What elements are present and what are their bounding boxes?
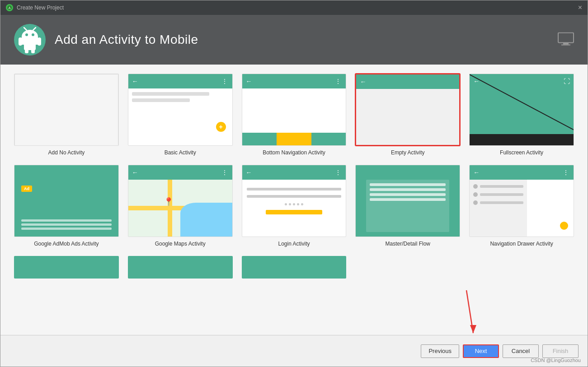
maps-activity-item[interactable]: ← ⋮ 📍 Google Maps Activity <box>128 165 233 247</box>
login-field-1 <box>247 188 342 190</box>
master-line-2 <box>370 188 446 191</box>
login-back-icon: ← <box>246 169 252 176</box>
previous-button[interactable]: Previous <box>421 344 459 358</box>
svg-rect-13 <box>31 49 35 53</box>
nav-item-3 <box>311 133 346 145</box>
row-3-partial <box>14 256 574 279</box>
watermark-text: CSDN @LingGuozhou <box>531 358 581 363</box>
bottom-nav-activity-item[interactable]: ← ⋮ Bottom Navigation Activity <box>242 74 347 156</box>
admob-thumbnail: Ad <box>14 165 119 237</box>
admob-activity-item[interactable]: Ad Google AdMob Ads Activity <box>14 165 119 247</box>
nav-drawer-back-icon: ← <box>473 169 480 176</box>
nav-drawer-fab <box>560 222 568 230</box>
nav-drawer-dots-icon: ⋮ <box>563 169 570 176</box>
basic-bar-1 <box>132 92 209 96</box>
empty-activity-thumbnail: ← <box>355 74 460 146</box>
drawer-circle-2 <box>473 192 478 197</box>
maps-thumbnail: ← ⋮ 📍 <box>128 165 233 237</box>
svg-text:A: A <box>9 6 11 9</box>
login-header: ← ⋮ <box>242 165 346 180</box>
drawer-circle-1 <box>473 184 478 189</box>
login-field-2 <box>247 195 342 198</box>
bottom-nav-activity-label: Bottom Navigation Activity <box>263 149 325 156</box>
basic-bar-2 <box>132 98 190 102</box>
master-detail-item[interactable]: Master/Detail Flow <box>355 165 460 247</box>
drawer-row-3 <box>473 200 523 205</box>
drawer-text-2 <box>480 193 523 196</box>
finish-button[interactable]: Finish <box>542 344 579 358</box>
nav-item-1 <box>242 133 277 145</box>
basic-activity-item[interactable]: ← ⋮ + Basic Activity <box>128 74 233 156</box>
nav-drawer-thumbnail: ← ⋮ <box>469 165 574 237</box>
fullscreen-activity-label: Fullscreen Activity <box>500 149 543 156</box>
drawer-row-1 <box>473 184 523 189</box>
basic-activity-label: Basic Activity <box>165 149 196 156</box>
map-area: 📍 <box>128 180 232 237</box>
login-form <box>242 180 346 218</box>
add-no-activity-item[interactable]: Add No Activity <box>14 74 119 156</box>
svg-rect-14 <box>558 33 574 43</box>
drawer-text-3 <box>480 201 523 204</box>
fullscreen-activity-item[interactable]: ⛶ ← Fullscreen Activity <box>469 74 574 156</box>
partial-thumb-1 <box>14 256 119 279</box>
map-road-v <box>168 180 172 237</box>
master-detail-label: Master/Detail Flow <box>386 241 430 247</box>
cancel-button[interactable]: Cancel <box>503 344 539 358</box>
nav-drawer-activity-item[interactable]: ← ⋮ <box>469 165 574 247</box>
svg-rect-10 <box>19 37 22 46</box>
fullscreen-bottom-bar <box>470 134 574 145</box>
map-pin-icon: 📍 <box>164 197 174 207</box>
drawer-text-1 <box>480 185 523 188</box>
empty-thumb-body <box>356 89 459 146</box>
maps-activity-label: Google Maps Activity <box>155 241 206 247</box>
dots-icon: ⋮ <box>221 78 229 85</box>
basic-activity-thumbnail: ← ⋮ + <box>128 74 233 146</box>
empty-back-icon: ← <box>360 78 366 85</box>
add-no-activity-thumbnail <box>14 74 119 146</box>
map-water <box>180 203 232 237</box>
radio-3 <box>293 203 295 205</box>
login-activity-item[interactable]: ← ⋮ <box>242 165 347 247</box>
monitor-icon <box>558 33 574 47</box>
svg-rect-11 <box>38 37 41 46</box>
login-submit-btn <box>266 210 323 214</box>
app-icon: A <box>6 4 13 11</box>
no-activity-preview <box>14 74 118 146</box>
basic-thumb-body <box>128 88 232 108</box>
partial-thumb-3 <box>242 256 347 279</box>
radio-4 <box>297 203 299 205</box>
radio-5 <box>301 203 303 205</box>
login-activity-label: Login Activity <box>278 241 310 247</box>
svg-rect-15 <box>563 43 569 45</box>
nav-drawer-activity-label: Navigation Drawer Activity <box>490 241 553 247</box>
fab-icon: + <box>216 122 226 132</box>
svg-rect-12 <box>25 49 28 53</box>
radio-1 <box>285 203 287 205</box>
bottom-nav-dots-icon: ⋮ <box>335 78 342 85</box>
master-line-3 <box>370 193 446 196</box>
master-panel <box>366 180 449 232</box>
admob-line-3 <box>21 228 112 230</box>
header: Add an Activity to Mobile <box>0 15 588 65</box>
add-no-activity-label: Add No Activity <box>48 149 85 156</box>
admob-lines <box>21 219 112 230</box>
svg-rect-16 <box>561 45 570 46</box>
bottom-nav-header: ← ⋮ <box>242 74 346 88</box>
activity-selection-area: Add No Activity ← ⋮ + Basic Activity <box>0 65 588 335</box>
bottom-nav-thumbnail: ← ⋮ <box>242 74 347 146</box>
empty-activity-item[interactable]: ← Empty Activity <box>355 74 460 156</box>
title-bar-text: Create New Project <box>17 5 64 11</box>
admob-line-2 <box>21 223 112 226</box>
close-button[interactable]: × <box>578 4 582 11</box>
page-title: Add an Activity to Mobile <box>55 33 198 47</box>
footer: Previous Next Cancel Finish CSDN @LingGu… <box>0 335 588 367</box>
master-line-4 <box>370 198 446 201</box>
main-window: A Create New Project × Add an Activit <box>0 0 588 367</box>
android-logo <box>14 24 46 56</box>
nav-drawer-header: ← ⋮ <box>470 165 574 180</box>
next-button[interactable]: Next <box>463 344 499 358</box>
svg-point-6 <box>32 33 34 36</box>
admob-line-1 <box>21 219 112 222</box>
admob-activity-label: Google AdMob Ads Activity <box>34 241 99 247</box>
fullscreen-thumbnail: ⛶ ← <box>469 74 574 146</box>
